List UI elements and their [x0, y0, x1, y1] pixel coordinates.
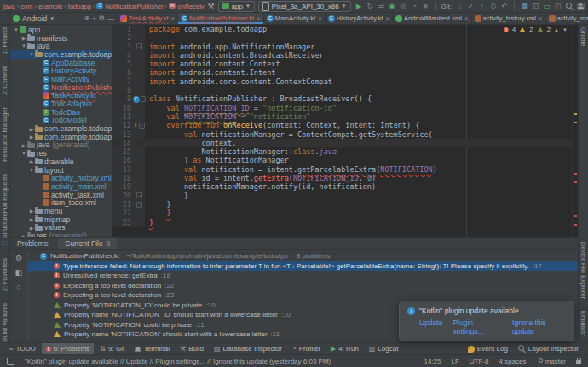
tool-stripe-button-7-structure[interactable]: 7: Structure: [1, 213, 9, 246]
error-stripe[interactable]: [572, 25, 578, 237]
code-line[interactable]: 21− }: [112, 200, 578, 209]
chevron-down-icon[interactable]: ▼: [49, 16, 55, 21]
tree-item[interactable]: CNotificationPublisher: [10, 83, 112, 92]
indent-setting[interactable]: 4 spaces: [499, 358, 527, 365]
tree-item[interactable]: ▼com.example.todoapp: [10, 50, 112, 59]
caret-position[interactable]: 14:25: [424, 358, 441, 365]
group-by-icon[interactable]: ◧: [15, 268, 23, 277]
code-line[interactable]: 14 context,: [112, 139, 578, 147]
tree-item[interactable]: item_todo.xml: [10, 198, 112, 207]
error-stripe-mark[interactable]: [574, 224, 577, 226]
tool-stripe-button-build-variants[interactable]: Build Variants: [1, 303, 9, 342]
problems-file-row[interactable]: CNotificationPublisher.kt~/TodoKotlin/ap…: [28, 251, 578, 261]
tree-item[interactable]: CMainActivity: [10, 75, 112, 83]
tree-item[interactable]: ▼java: [10, 42, 112, 50]
run-config-dropdown[interactable]: app ▼: [218, 1, 255, 12]
chevron-right-icon[interactable]: ▶: [20, 142, 27, 148]
code-line[interactable]: 4import android.content.BroadcastReceive…: [112, 51, 578, 60]
collapse-all-icon[interactable]: ÷: [92, 14, 95, 22]
tool-window-button-layout-inspector[interactable]: Layout Inspector: [514, 343, 583, 354]
tool-window-button-database-inspector[interactable]: ▤Database Inspector: [210, 343, 286, 354]
tree-item[interactable]: TaskActivity.kt: [10, 92, 112, 100]
tree-item[interactable]: ▼res: [10, 149, 112, 158]
tab-taskactivity-kt[interactable]: TaskActivity.kt×: [118, 13, 178, 24]
tool-window-button-4-run[interactable]: ▶4: Run: [326, 343, 363, 354]
tree-item[interactable]: ▶com.example.todoapp(androidTest): [10, 124, 112, 133]
tool-window-button-logcat[interactable]: ▥Logcat: [365, 343, 403, 354]
breadcrumb-item[interactable]: todoapp: [68, 3, 91, 10]
code-line[interactable]: 17 val notification = intent.getParcelab…: [112, 165, 578, 174]
breadcrumb-item[interactable]: java: [3, 3, 15, 10]
tab-notificationpublisher-kt[interactable]: CNotificationPublisher.kt×: [178, 13, 264, 24]
balloon-toggle-icon[interactable]: [7, 358, 14, 365]
chevron-right-icon[interactable]: ▶: [28, 126, 35, 132]
profile-avatar[interactable]: [577, 3, 585, 10]
chevron-down-icon[interactable]: ▼: [28, 168, 35, 173]
tool-stripe-button-pull-requests[interactable]: Pull Requests: [1, 174, 9, 213]
problem-row[interactable]: Expecting a top level declaration:23: [28, 290, 578, 301]
tree-item[interactable]: ▶values: [10, 224, 112, 232]
prev-problem-icon[interactable]: ▲: [554, 27, 559, 32]
git-push-icon[interactable]: ↑: [477, 2, 487, 11]
tab-mainactivity-kt[interactable]: CMainActivity.kt×: [264, 13, 326, 24]
attach-process-icon[interactable]: ◫: [553, 2, 562, 11]
code-line[interactable]: 16 ) as NotificationManager: [112, 156, 578, 164]
tool-window-button-profiler[interactable]: ◔Profiler: [288, 343, 325, 354]
tree-item[interactable]: ▶manifests: [10, 34, 112, 43]
tree-item[interactable]: CAppDatabase: [10, 59, 112, 67]
code-line[interactable]: 12↑− override fun onReceive(context: Con…: [112, 121, 578, 129]
next-problem-icon[interactable]: ▼: [562, 27, 568, 32]
git-history-icon[interactable]: ⊙: [488, 2, 498, 11]
lock-icon[interactable]: [576, 360, 581, 364]
tree-item[interactable]: ▶drawable: [10, 158, 112, 166]
code-line[interactable]: 6import android.content.Intent: [112, 68, 578, 77]
code-line[interactable]: 3−import android.app.NotificationManager: [112, 43, 578, 51]
code-line[interactable]: 15 NotificationManager::class.java: [112, 147, 578, 156]
tree-item[interactable]: ITodoDao: [10, 108, 112, 117]
profiler-icon[interactable]: ◔: [410, 2, 419, 11]
problem-row[interactable]: Unresolved reference: getExtra:18: [28, 271, 578, 281]
tool-stripe-button-emulator[interactable]: Emulator: [579, 311, 587, 336]
problem-row[interactable]: Type inference failed: Not enough inform…: [28, 261, 578, 272]
tree-item[interactable]: ▼layout: [10, 166, 112, 175]
device-manager-icon[interactable]: ▦: [520, 2, 529, 11]
tool-window-button-6-problems[interactable]: 6: Problems: [42, 343, 95, 354]
debug-icon[interactable]: ◉: [388, 2, 397, 11]
line-separator[interactable]: LF: [452, 358, 459, 365]
code-line[interactable]: 19 notificationManager.notify(id, notifi…: [112, 182, 578, 191]
hide-panel-icon[interactable]: —: [107, 14, 114, 22]
status-message[interactable]: "Kotlin" plugin update available // Upda…: [25, 358, 413, 365]
tool-stripe-button-2-favorites[interactable]: 2: Favorites: [1, 258, 9, 291]
override-icon[interactable]: ↑: [134, 121, 137, 129]
breadcrumb-item[interactable]: onReceive(context: Context, intent: Inte…: [177, 3, 205, 10]
close-icon[interactable]: ×: [539, 14, 543, 22]
balloon-link-plugin-settings-[interactable]: Plugin settings...: [453, 318, 502, 335]
close-icon[interactable]: ×: [385, 14, 389, 22]
tree-item[interactable]: ▶com.example.todoapp(test): [10, 133, 112, 141]
device-dropdown[interactable]: Pixel_3a_API_30_x86 ▼: [258, 1, 351, 12]
git-rollback-icon[interactable]: ↶: [499, 2, 509, 11]
stop-icon[interactable]: ■: [421, 2, 430, 11]
build-wrench-icon[interactable]: ⚒: [207, 2, 214, 10]
sdk-manager-icon[interactable]: ⊡: [531, 2, 540, 11]
code-line[interactable]: 8: [112, 86, 578, 95]
tree-item[interactable]: CTodoAdapter: [10, 100, 112, 108]
inspection-widget[interactable]: 4 2 2 ▲ ▼: [504, 26, 568, 33]
code-line[interactable]: 11 val NOTIFICATION = "notification": [112, 112, 578, 121]
close-icon[interactable]: ×: [257, 14, 261, 22]
tool-stripe-button-gradle[interactable]: Gradle: [579, 27, 587, 47]
run-icon[interactable]: ▶: [355, 2, 364, 11]
tree-item[interactable]: activity_task.xml: [10, 191, 112, 199]
chevron-down-icon[interactable]: ▼: [28, 52, 35, 57]
tree-item[interactable]: CTodoModel: [10, 117, 112, 125]
attach-debugger-icon[interactable]: ◎: [399, 2, 408, 11]
code-line[interactable]: 2: [112, 33, 578, 42]
locate-file-icon[interactable]: ⊕: [84, 14, 90, 22]
git-update-icon[interactable]: ↓: [455, 2, 464, 11]
breadcrumb-item[interactable]: NotificationPublisher: [105, 3, 163, 10]
chevron-right-icon[interactable]: ▶: [28, 216, 35, 222]
chevron-right-icon[interactable]: ▶: [28, 225, 35, 231]
balloon-link-ignore-this-update[interactable]: Ignore this update: [512, 318, 566, 335]
code-line[interactable]: 10 val NOTIFICATION_ID = "notification-i…: [112, 104, 578, 112]
git-commit-icon[interactable]: ✓: [466, 2, 476, 11]
